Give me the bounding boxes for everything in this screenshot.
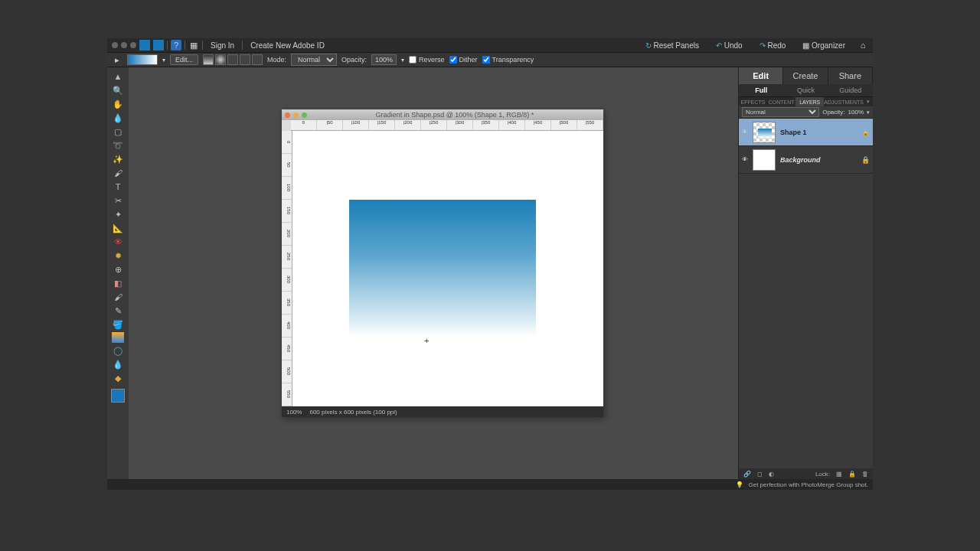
transparency-checkbox[interactable]: Transparency bbox=[482, 56, 534, 64]
document-dimensions: 600 pixels x 600 pixels (100 ppi) bbox=[309, 409, 397, 416]
radial-gradient-icon[interactable] bbox=[215, 54, 226, 65]
doc-zoom-icon[interactable] bbox=[302, 112, 307, 118]
smart-brush-tool[interactable]: ✎ bbox=[110, 305, 126, 317]
clone-tool[interactable]: ⊕ bbox=[110, 263, 126, 276]
ruler-vertical[interactable]: 050100150200250300350400450500550 bbox=[282, 131, 292, 406]
zoom-tool[interactable]: 🔍 bbox=[110, 84, 126, 96]
delete-layer-icon[interactable]: 🗑 bbox=[862, 471, 868, 478]
tab-edit[interactable]: Edit bbox=[739, 67, 783, 84]
print-icon[interactable]: ▦ bbox=[188, 40, 199, 51]
layer-row[interactable]: 👁Shape 1🔒 bbox=[739, 119, 873, 146]
traffic-lights bbox=[112, 42, 136, 48]
paint-bucket-tool[interactable]: 🪣 bbox=[110, 318, 126, 331]
main-area: ▲ 🔍 ✋ 💧 ▢ ➰ ✨ 🖌 T ✂ ✦ 📐 👁 ✹ ⊕ ◧ 🖌 ✎ 🪣 ◯ … bbox=[107, 67, 873, 479]
layer-name[interactable]: Shape 1 bbox=[780, 129, 807, 136]
layer-visibility-icon[interactable]: 👁 bbox=[742, 129, 748, 135]
brush-tool[interactable]: 🖌 bbox=[110, 291, 126, 303]
subtab-full[interactable]: Full bbox=[739, 84, 783, 96]
lock-all-icon[interactable]: 🔒 bbox=[848, 471, 856, 478]
tip-text: Get perfection with PhotoMerge Group sho… bbox=[748, 481, 868, 488]
canvas-area: Gradient in Shape.psd @ 100% (Shape 1, R… bbox=[129, 67, 738, 479]
reset-panels-button[interactable]: ↻ Reset Panels bbox=[641, 40, 704, 51]
diamond-gradient-icon[interactable] bbox=[252, 54, 263, 65]
foreground-color[interactable] bbox=[111, 389, 125, 403]
layers-footer: 🔗 ◻ ◐ Lock: ▦ 🔒 🗑 bbox=[739, 468, 873, 479]
cookie-cutter-tool[interactable]: ✦ bbox=[110, 208, 126, 220]
undo-button[interactable]: ↶ Undo bbox=[711, 40, 747, 51]
gradient-preview[interactable] bbox=[127, 54, 158, 65]
document-title: Gradient in Shape.psd @ 100% (Shape 1, R… bbox=[309, 111, 600, 119]
home-icon[interactable]: ⌂ bbox=[858, 40, 868, 51]
layer-name[interactable]: Background bbox=[780, 156, 821, 164]
link-layers-icon[interactable]: 🔗 bbox=[743, 471, 751, 478]
layer-row[interactable]: 👁Background🔒 bbox=[739, 146, 873, 174]
redeye-tool[interactable]: 👁 bbox=[110, 236, 126, 248]
marquee-tool[interactable]: ▢ bbox=[110, 126, 126, 138]
document-statusbar: 100% 600 pixels x 600 pixels (100 ppi) bbox=[282, 406, 603, 417]
ptab-content[interactable]: Content bbox=[767, 97, 795, 106]
blend-mode-select[interactable]: Normal bbox=[742, 107, 819, 117]
layer-thumbnail[interactable] bbox=[753, 149, 776, 171]
reverse-checkbox[interactable]: Reverse bbox=[409, 56, 445, 64]
ptab-layers[interactable]: Layers bbox=[795, 97, 824, 106]
doc-close-icon[interactable] bbox=[285, 112, 290, 118]
edit-gradient-button[interactable]: Edit... bbox=[170, 54, 198, 65]
crop-tool[interactable]: ✂ bbox=[110, 194, 126, 207]
eraser-tool[interactable]: ◧ bbox=[110, 277, 126, 289]
type-tool[interactable]: T bbox=[110, 181, 126, 193]
organizer-button[interactable]: ▦ Organizer bbox=[798, 40, 850, 51]
layer-opacity-value[interactable]: 100% bbox=[848, 109, 864, 116]
panel-menu-icon[interactable]: ▾ bbox=[864, 97, 873, 106]
toolbox: ▲ 🔍 ✋ 💧 ▢ ➰ ✨ 🖌 T ✂ ✦ 📐 👁 ✹ ⊕ ◧ 🖌 ✎ 🪣 ◯ … bbox=[107, 67, 129, 479]
ptab-effects[interactable]: Effects bbox=[739, 97, 767, 106]
minimize-dot[interactable] bbox=[121, 42, 127, 48]
new-layer-icon[interactable]: ◻ bbox=[757, 471, 763, 478]
straighten-tool[interactable]: 📐 bbox=[110, 222, 126, 234]
panel-section-tabs: Effects Content Layers Adjustments ▾ bbox=[739, 96, 873, 106]
angle-gradient-icon[interactable] bbox=[227, 54, 238, 65]
help-icon[interactable]: ? bbox=[171, 40, 181, 51]
tool-preset-icon[interactable]: ▸ bbox=[112, 54, 122, 65]
subtab-quick[interactable]: Quick bbox=[783, 84, 828, 96]
doc-minimize-icon[interactable] bbox=[293, 112, 299, 118]
app-statusbar: 💡 Get perfection with PhotoMerge Group s… bbox=[107, 479, 873, 490]
redo-button[interactable]: ↷ Redo bbox=[755, 40, 791, 51]
reflected-gradient-icon[interactable] bbox=[240, 54, 250, 65]
quick-select-tool[interactable]: 🖌 bbox=[110, 167, 126, 179]
magic-wand-tool[interactable]: ✨ bbox=[110, 153, 126, 165]
canvas[interactable]: + bbox=[292, 131, 593, 400]
ptab-adjustments[interactable]: Adjustments bbox=[824, 97, 864, 106]
move-tool[interactable]: ▲ bbox=[110, 70, 126, 83]
ruler-horizontal[interactable]: 0|50|100|150|200|250|300|350|400|450|500… bbox=[291, 120, 603, 131]
lasso-tool[interactable]: ➰ bbox=[110, 139, 126, 152]
opacity-value[interactable]: 100% bbox=[371, 54, 397, 65]
blur-tool[interactable]: 💧 bbox=[110, 358, 126, 370]
mode-select[interactable]: Normal bbox=[291, 54, 337, 66]
spot-heal-tool[interactable]: ✹ bbox=[110, 249, 126, 262]
dither-checkbox[interactable]: Dither bbox=[449, 56, 478, 64]
app-icon[interactable] bbox=[139, 40, 150, 51]
close-dot[interactable] bbox=[112, 42, 118, 48]
sign-in-button[interactable]: Sign In bbox=[206, 40, 239, 51]
sponge-tool[interactable]: ◆ bbox=[110, 372, 126, 384]
hand-tool[interactable]: ✋ bbox=[110, 98, 126, 110]
layer-visibility-icon[interactable]: 👁 bbox=[742, 156, 748, 163]
tab-share[interactable]: Share bbox=[828, 67, 873, 84]
zoom-dot[interactable] bbox=[130, 42, 136, 48]
options-bar: ▸ ▾ Edit... Mode: Normal Opacity: 100% ▾… bbox=[107, 52, 873, 67]
eyedropper-tool[interactable]: 💧 bbox=[110, 112, 126, 124]
gradient-tool[interactable] bbox=[112, 332, 124, 343]
tab-create[interactable]: Create bbox=[783, 67, 828, 84]
shape-tool[interactable]: ◯ bbox=[110, 344, 126, 357]
zoom-level[interactable]: 100% bbox=[286, 409, 302, 416]
adjustment-layer-icon[interactable]: ◐ bbox=[769, 471, 774, 478]
subtab-guided[interactable]: Guided bbox=[828, 84, 873, 96]
create-adobe-id-button[interactable]: Create New Adobe ID bbox=[246, 40, 329, 51]
document-titlebar[interactable]: Gradient in Shape.psd @ 100% (Shape 1, R… bbox=[282, 109, 603, 120]
save-icon[interactable] bbox=[153, 40, 164, 51]
layer-thumbnail[interactable] bbox=[753, 122, 776, 143]
linear-gradient-icon[interactable] bbox=[203, 54, 214, 65]
lock-transparency-icon[interactable]: ▦ bbox=[836, 471, 842, 478]
gradient-shape[interactable] bbox=[349, 200, 536, 337]
ruler-origin[interactable] bbox=[282, 120, 291, 131]
